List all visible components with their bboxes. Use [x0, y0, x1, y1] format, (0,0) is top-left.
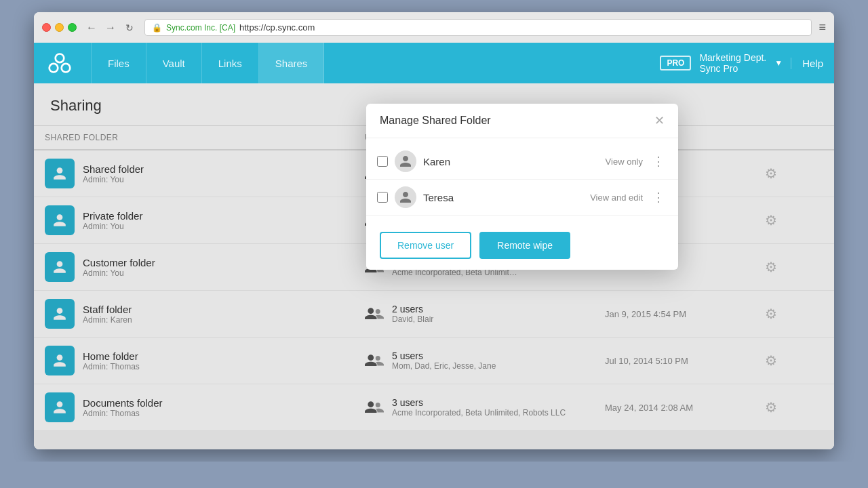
modal-user-row: Karen View only ⋮: [366, 144, 678, 180]
account-name-line1: Marketing Dept.: [699, 52, 766, 63]
secure-icon: 🔒: [152, 23, 162, 33]
user-checkbox-0[interactable]: [377, 156, 388, 167]
user-more-button-0[interactable]: ⋮: [650, 155, 667, 167]
svg-point-1: [50, 64, 58, 73]
company-badge: Sync.com Inc. [CA]: [166, 23, 235, 33]
remote-wipe-button[interactable]: Remote wipe: [479, 232, 570, 259]
main-content: Sharing Shared Folder Users: [34, 83, 834, 449]
user-name-1: Teresa: [423, 192, 583, 203]
modal-title: Manage Shared Folder: [380, 115, 491, 127]
svg-point-0: [56, 54, 64, 63]
url-text: https://cp.sync.com: [239, 22, 315, 33]
user-permission-0: View only: [606, 157, 643, 167]
account-info: Marketing Dept. Sync Pro: [699, 52, 766, 74]
nav-files[interactable]: Files: [91, 43, 146, 83]
nav-links[interactable]: Links: [202, 43, 259, 83]
modal-overlay: Manage Shared Folder ✕ Karen View only ⋮: [34, 83, 834, 449]
logo-area: [34, 51, 91, 75]
address-bar[interactable]: 🔒 Sync.com Inc. [CA] https://cp.sync.com: [144, 19, 812, 36]
svg-point-2: [62, 64, 71, 73]
modal-user-list: Karen View only ⋮ Teresa View and edit ⋮: [366, 138, 678, 221]
modal-actions: Remove user Remote wipe: [366, 221, 678, 270]
browser-window: ← → ↻ 🔒 Sync.com Inc. [CA] https://cp.sy…: [34, 12, 834, 449]
minimize-button[interactable]: [55, 23, 64, 32]
sync-logo-icon: [47, 51, 72, 75]
modal-user-row: Teresa View and edit ⋮: [366, 180, 678, 216]
account-name-line2: Sync Pro: [699, 63, 766, 74]
nav-vault[interactable]: Vault: [146, 43, 202, 83]
traffic-lights: [42, 23, 77, 32]
user-avatar-1: [395, 186, 416, 208]
help-link[interactable]: Help: [791, 58, 823, 69]
pro-badge: PRO: [660, 56, 691, 70]
browser-titlebar: ← → ↻ 🔒 Sync.com Inc. [CA] https://cp.sy…: [34, 12, 834, 43]
manage-folder-modal: Manage Shared Folder ✕ Karen View only ⋮: [366, 104, 678, 270]
header-right: PRO Marketing Dept. Sync Pro ▼ Help: [660, 52, 834, 74]
close-button[interactable]: [42, 23, 51, 32]
maximize-button[interactable]: [68, 23, 77, 32]
account-dropdown-icon[interactable]: ▼: [774, 58, 783, 68]
browser-nav: ← → ↻: [83, 20, 138, 36]
forward-button[interactable]: →: [102, 20, 119, 36]
modal-header: Manage Shared Folder ✕: [366, 104, 678, 138]
reload-button[interactable]: ↻: [121, 20, 138, 36]
remove-user-button[interactable]: Remove user: [380, 232, 471, 259]
user-more-button-1[interactable]: ⋮: [650, 191, 667, 203]
nav-shares[interactable]: Shares: [259, 43, 325, 83]
user-permission-1: View and edit: [590, 192, 643, 203]
modal-close-button[interactable]: ✕: [654, 115, 665, 127]
nav-items: Files Vault Links Shares: [91, 43, 324, 83]
user-name-0: Karen: [423, 156, 599, 167]
user-checkbox-1[interactable]: [377, 192, 388, 203]
browser-menu-icon[interactable]: ≡: [818, 20, 826, 35]
back-button[interactable]: ←: [83, 20, 100, 36]
app-header: Files Vault Links Shares PRO Marketing D…: [34, 43, 834, 83]
user-avatar-0: [395, 150, 416, 172]
